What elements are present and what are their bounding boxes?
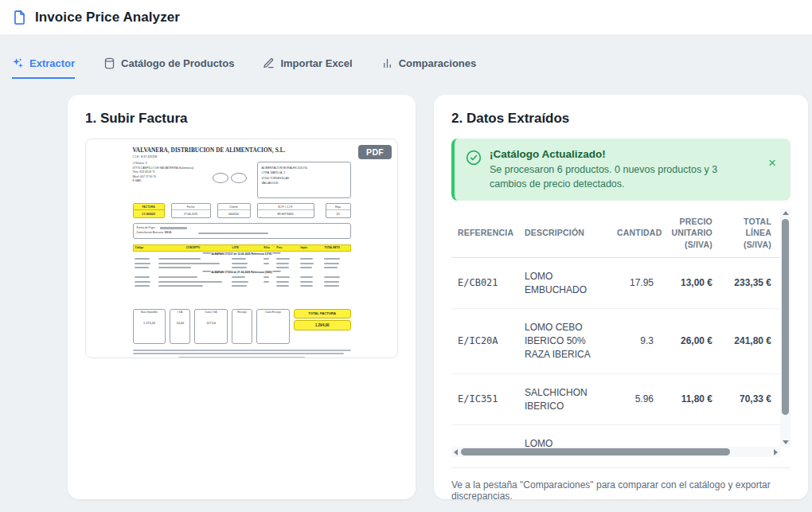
- invoice-stamps: [213, 173, 247, 183]
- pencil-icon: [263, 57, 275, 69]
- col-descripcion: DESCRIPCIÓN: [518, 209, 611, 257]
- invoice-cliente-box: Cliente 0000110: [217, 203, 251, 218]
- total-iva-box: I.V.A.10,00: [170, 309, 190, 344]
- col-cantidad: CANTIDAD: [611, 209, 660, 257]
- col-total-linea: TOTAL LÍNEA (S/IVA): [719, 209, 778, 257]
- table-row: E/CB021 LOMO EMBUCHADO 16.39 13,00 € 213…: [451, 425, 780, 447]
- invoice-factura-box: FACTURA C1 000022: [133, 203, 165, 218]
- total-cuota-box: Cuota I.V.A.117,54: [194, 309, 228, 344]
- invoice-fecha-box: Fecha 27-06-2025: [171, 203, 211, 218]
- extracted-table-scroll[interactable]: REFERENCIA DESCRIPCIÓN CANTIDAD PRECIO U…: [451, 209, 780, 447]
- stamp-oval-icon: [213, 173, 228, 183]
- sparkles-icon: [12, 57, 24, 69]
- invoice-customer-box: ALIMENTACION MORALES 2010 SL CTRA. MATIL…: [257, 162, 351, 198]
- tab-bar: Extractor Catálogo de Productos Importar…: [12, 57, 812, 79]
- tab-comparaciones[interactable]: Comparaciones: [381, 57, 477, 79]
- col-referencia: REFERENCIA: [451, 209, 518, 257]
- horizontal-scroll-thumb[interactable]: [461, 448, 730, 455]
- tab-comparaciones-label: Comparaciones: [399, 57, 477, 69]
- invoice-cif: C.I.F.: B 37 431298: [133, 155, 351, 158]
- invoice-line-items: ******** ALBARAN 171517 de 12-06-2025 Re…: [133, 252, 351, 288]
- extracted-panel-title: 2. Datos Extraídos: [451, 111, 791, 127]
- scroll-down-icon[interactable]: [783, 440, 789, 444]
- tab-importar-excel[interactable]: Importar Excel: [263, 57, 352, 79]
- upload-panel-title: 1. Subir Factura: [85, 111, 398, 127]
- app-header: Invoice Price Analyzer: [0, 0, 812, 35]
- invoice-totals-row: Base Imponible1.175,43 I.V.A.10,00 Cuota…: [133, 309, 351, 344]
- success-alert: ¡Catálogo Actualizado! Se procesaron 6 p…: [451, 139, 791, 201]
- scroll-left-icon[interactable]: [454, 449, 458, 455]
- comparaciones-hint: Ve a la pestaña "Comparaciones" para com…: [451, 467, 791, 502]
- invoice-payment-box: Forma de Pago: Domiciliación Bancaria: B…: [133, 223, 351, 239]
- extracted-table: REFERENCIA DESCRIPCIÓN CANTIDAD PRECIO U…: [451, 209, 780, 447]
- total-base-box: Base Imponible1.175,43: [133, 309, 166, 344]
- table-header-row: REFERENCIA DESCRIPCIÓN CANTIDAD PRECIO U…: [451, 209, 780, 257]
- main-content: 1. Subir Factura PDF VALVANERA, DISTRIBU…: [68, 95, 808, 499]
- vertical-scroll-thumb[interactable]: [782, 219, 789, 415]
- invoice-line-row: [133, 283, 351, 287]
- horizontal-scrollbar[interactable]: [451, 447, 780, 457]
- alert-title: ¡Catálogo Actualizado!: [490, 148, 757, 160]
- table-row: E/IC351 SALCHICHON IBERICO 5.96 11,80 € …: [451, 373, 780, 425]
- invoice-hoja-box: Hoja 1/1: [326, 203, 351, 218]
- invoice-document: VALVANERA, DISTRIBUCION DE ALIMENTACION,…: [133, 147, 351, 358]
- extracted-panel: 2. Datos Extraídos ¡Catálogo Actualizado…: [434, 95, 808, 499]
- stamp-oval-icon: [231, 173, 247, 183]
- total-cuota-recargo-box: Cuota Recargo: [256, 309, 290, 344]
- invoice-nif-box: N.I.F. / C.I.F. B9 84770690: [257, 203, 314, 218]
- tab-extractor-label: Extractor: [29, 57, 75, 69]
- total-recargo-box: Recargo: [232, 309, 252, 344]
- upload-panel: 1. Subir Factura PDF VALVANERA, DISTRIBU…: [68, 95, 416, 499]
- alert-message: Se procesaron 6 productos. 0 nuevos prod…: [490, 162, 752, 191]
- invoice-address-row: C/Telares, 9 37770 CAMPILLO DE SALVATIER…: [133, 162, 351, 198]
- invoice-company-name: VALVANERA, DISTRIBUCION DE ALIMENTACION,…: [133, 147, 351, 154]
- invoice-albaran-section: ******** ALBARAN 171517 de 12-06-2025 Re…: [133, 252, 351, 257]
- invoice-sender-block: C/Telares, 9 37770 CAMPILLO DE SALVATIER…: [133, 162, 211, 184]
- invoice-fine-print: [133, 350, 351, 358]
- app-title: Invoice Price Analyzer: [35, 10, 180, 25]
- vertical-scrollbar[interactable]: [780, 209, 791, 447]
- invoice-table-header: Código CONCEPTO LOTE Kilos Prec. Impte. …: [133, 244, 351, 252]
- col-precio-unitario: PRECIO UNITARIO (S/IVA): [660, 209, 719, 257]
- tab-catalogo-label: Catálogo de Productos: [121, 57, 234, 69]
- close-icon[interactable]: ×: [765, 154, 779, 171]
- invoice-header-fields: FACTURA C1 000022 Fecha 27-06-2025 Clien…: [133, 203, 351, 218]
- pdf-badge: PDF: [358, 145, 392, 159]
- scroll-up-icon[interactable]: [783, 211, 789, 215]
- tab-extractor[interactable]: Extractor: [12, 57, 75, 79]
- tab-catalogo[interactable]: Catálogo de Productos: [103, 57, 234, 79]
- invoice-total-factura: TOTAL FACTURA 1.294,00: [294, 309, 351, 330]
- invoice-albaran-section: ******** ALBARAN 171516 de 27-06-2025 Re…: [133, 270, 351, 276]
- check-circle-icon: [466, 150, 482, 166]
- tab-importar-label: Importar Excel: [280, 57, 352, 69]
- scroll-right-icon[interactable]: [774, 449, 778, 455]
- table-row: E/CB021 LOMO EMBUCHADO 17.95 13,00 € 233…: [451, 257, 780, 309]
- invoice-line-table: Código CONCEPTO LOTE Kilos Prec. Impte. …: [133, 244, 351, 288]
- bar-chart-icon: [381, 57, 393, 69]
- document-icon: [12, 9, 27, 26]
- database-icon: [103, 57, 115, 69]
- extracted-table-container: REFERENCIA DESCRIPCIÓN CANTIDAD PRECIO U…: [451, 209, 791, 457]
- invoice-preview[interactable]: PDF VALVANERA, DISTRIBUCION DE ALIMENTAC…: [85, 139, 398, 358]
- table-row: E/IC20A LOMO CEBO IBERICO 50% RAZA IBERI…: [451, 309, 780, 373]
